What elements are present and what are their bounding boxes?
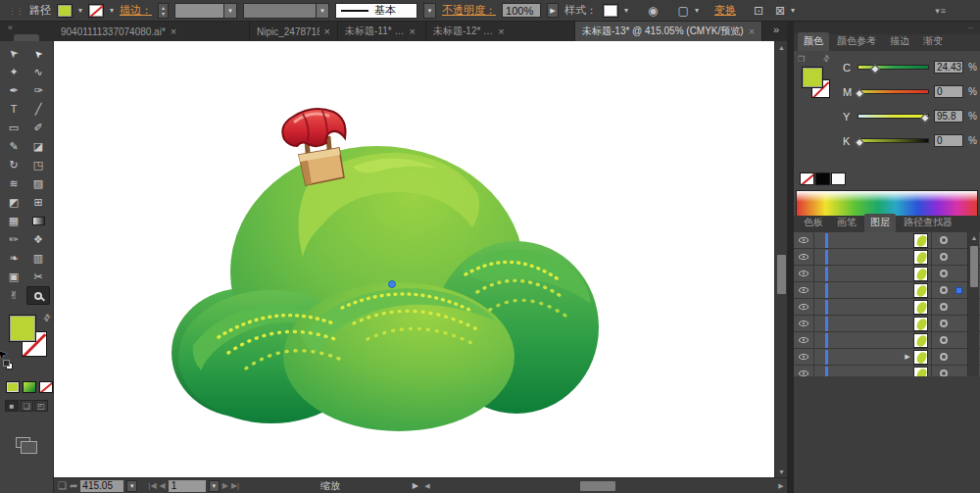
lasso-tool[interactable]: ∿	[26, 63, 50, 81]
layer-thumbnail[interactable]	[913, 233, 928, 248]
tab-untitled-12[interactable]: 未标题-12* … ×	[426, 22, 575, 41]
zoom-tool[interactable]	[26, 286, 50, 305]
artboard-dropdown-icon[interactable]: ▾	[209, 480, 220, 492]
slider-value-input[interactable]: 24.43	[934, 61, 963, 74]
layers-scroll-up-icon[interactable]: ▲	[968, 232, 980, 243]
layer-thumbnail[interactable]	[913, 333, 928, 348]
draw-normal-button[interactable]: ■	[5, 400, 19, 412]
target-cell[interactable]	[931, 366, 956, 376]
slider-track[interactable]	[858, 89, 929, 94]
scroll-left-icon[interactable]: ◀	[421, 480, 433, 492]
target-cell[interactable]	[931, 332, 956, 348]
tab-pathfinder[interactable]: 路径查找器	[898, 214, 958, 232]
target-cell[interactable]	[931, 249, 956, 265]
layer-thumbnail[interactable]	[913, 317, 928, 331]
dock-divider[interactable]	[787, 22, 794, 493]
visibility-cell[interactable]	[794, 316, 814, 331]
constrain-icon[interactable]: ⊠	[775, 4, 785, 18]
status-icon-2[interactable]: ➦	[70, 480, 77, 491]
vertical-scrollbar[interactable]: ▲ ▼	[774, 41, 787, 477]
layer-row[interactable]	[794, 299, 980, 316]
rectangle-tool[interactable]: ▭	[2, 119, 25, 137]
draw-behind-button[interactable]: ❏	[20, 400, 33, 412]
screen-mode-button[interactable]	[16, 437, 30, 448]
opacity-dropdown-button[interactable]: ▶	[547, 3, 559, 18]
layer-row[interactable]	[794, 232, 980, 249]
slice-tool[interactable]: ✂	[26, 268, 50, 286]
eraser-tool[interactable]: ◪	[26, 137, 50, 156]
stroke-weight-stepper[interactable]: ▴▾	[158, 3, 169, 19]
artboard-tool[interactable]: ▣	[2, 268, 25, 286]
next-artboard-icon[interactable]: ▶	[222, 481, 228, 490]
stroke-weight-link[interactable]: 描边：	[120, 3, 152, 18]
slider-track[interactable]	[858, 114, 929, 119]
tab-stroke[interactable]: 描边	[884, 32, 915, 51]
hand-tool[interactable]: ✌	[2, 286, 25, 305]
target-cell[interactable]	[931, 282, 956, 298]
slider-value-input[interactable]: 0	[934, 85, 963, 98]
close-icon[interactable]: ×	[171, 25, 176, 37]
perspective-grid-tool[interactable]: ⊞	[26, 193, 50, 212]
select-similar-icon[interactable]: ▢	[678, 4, 689, 18]
slider-track[interactable]	[858, 65, 929, 70]
fill-dropdown-icon[interactable]: ▾	[78, 6, 82, 15]
white-swatch[interactable]	[831, 173, 846, 185]
rotate-tool[interactable]: ↻	[2, 156, 25, 174]
target-cell[interactable]	[931, 232, 956, 248]
panel-fill-swatch[interactable]	[802, 67, 823, 88]
collapse-icon[interactable]: «	[8, 23, 13, 32]
scroll-right-icon[interactable]: ▶	[775, 480, 787, 492]
constrain-dropdown-icon[interactable]: ▾	[791, 6, 795, 15]
layer-row[interactable]	[794, 282, 980, 299]
slider-thumb[interactable]	[855, 89, 864, 99]
layer-thumbnail[interactable]	[913, 283, 928, 298]
target-cell[interactable]	[931, 316, 956, 331]
stroke-color-swatch[interactable]	[88, 4, 104, 18]
tab-untitled-13[interactable]: 未标题-13* @ 415.05% (CMYK/预览) ×	[575, 22, 762, 41]
spinner-down-icon[interactable]: ▾	[162, 11, 165, 17]
visibility-cell[interactable]	[794, 232, 814, 248]
style-dropdown-icon[interactable]: ▾	[624, 6, 628, 15]
layer-thumbnail[interactable]	[913, 300, 928, 315]
target-cell[interactable]	[931, 299, 956, 315]
symbol-sprayer-tool[interactable]: ❧	[2, 249, 25, 268]
tab-9040-ai[interactable]: 90401111337074080.ai* ×	[54, 22, 250, 41]
visibility-cell[interactable]	[794, 249, 814, 265]
fill-swatch[interactable]	[9, 315, 36, 342]
tab-brushes[interactable]: 画笔	[831, 214, 862, 232]
visibility-cell[interactable]	[794, 282, 814, 298]
column-graph-tool[interactable]: ▥	[26, 249, 50, 268]
scale-tool[interactable]: ◳	[26, 156, 50, 174]
layer-thumbnail[interactable]	[913, 367, 928, 377]
free-transform-tool[interactable]: ▨	[26, 174, 50, 193]
shape-builder-tool[interactable]: ◩	[2, 193, 25, 212]
tab-layers[interactable]: 图层	[864, 214, 896, 232]
magic-wand-tool[interactable]: ✦	[2, 63, 25, 81]
tab-nipic-ai[interactable]: Nipic_24787180_20190921105607853084.ai* …	[250, 22, 338, 41]
slider-track[interactable]	[858, 138, 929, 143]
status-expand-icon[interactable]: ▶	[413, 481, 418, 490]
target-cell[interactable]	[931, 266, 956, 281]
visibility-cell[interactable]	[794, 266, 814, 281]
visibility-cell[interactable]	[794, 366, 814, 376]
panel-swap-icon[interactable]: ⇄	[821, 53, 832, 64]
transform-link[interactable]: 变换	[714, 3, 736, 18]
layer-row[interactable]	[794, 316, 980, 332]
dropdown-arrow-icon[interactable]: ▾	[223, 4, 236, 18]
zoom-level-input[interactable]: 415.05	[80, 480, 123, 492]
none-swatch[interactable]	[800, 173, 814, 185]
selection-tool[interactable]: ➤	[2, 44, 25, 63]
horizontal-scrollbar[interactable]: ◀ ▶	[421, 477, 787, 493]
tab-color-guide[interactable]: 颜色参考	[831, 32, 882, 51]
tab-swatches[interactable]: 色板	[798, 214, 829, 232]
fill-color-swatch[interactable]	[57, 4, 73, 18]
vertical-scroll-thumb[interactable]	[777, 255, 786, 294]
stroke-weight-dropdown[interactable]: ▾	[174, 3, 237, 19]
tab-gradient[interactable]: 渐变	[917, 32, 949, 51]
artboard-canvas[interactable]	[54, 41, 774, 477]
tab-untitled-11[interactable]: 未标题-11* … ×	[338, 22, 426, 41]
close-icon[interactable]: ×	[324, 25, 330, 37]
direct-selection-tool[interactable]: ➤	[26, 44, 50, 63]
none-button[interactable]	[39, 381, 53, 393]
opacity-link[interactable]: 不透明度：	[442, 3, 496, 18]
